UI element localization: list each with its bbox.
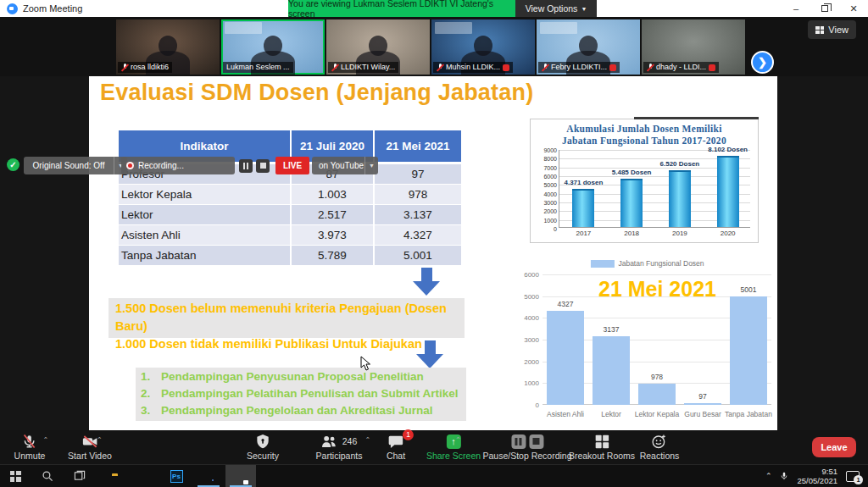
chevron-up-icon[interactable]: ⌃ — [765, 472, 772, 480]
participant-thumbnail[interactable]: rosa lldikti6 — [116, 19, 220, 75]
taskbar-windows-start[interactable] — [0, 465, 31, 487]
view-options-label: View Options — [526, 3, 578, 14]
view-button[interactable]: View — [808, 20, 856, 39]
participant-thumbnail[interactable]: Lukman Seslem ... — [221, 19, 325, 75]
note-line: 1.500 Dosen belum memenuhi kriteria Peng… — [115, 300, 465, 335]
reactions-icon — [640, 433, 680, 450]
taskbar-chrome[interactable] — [193, 465, 224, 487]
toolbar-chat-button[interactable]: 1Chat — [387, 433, 405, 461]
presentation-slide: Evaluasi SDM Dosen (Jenjang Jabatan) Ind… — [89, 76, 777, 430]
stop-icon — [260, 163, 266, 169]
bar-value-label: 97 — [698, 392, 706, 401]
toolbar-start-video-button[interactable]: ⌃Start Video — [68, 433, 112, 461]
table-cell: 5.789 — [292, 246, 375, 265]
chevron-up-icon[interactable]: ⌃ — [455, 436, 461, 444]
bar — [572, 189, 594, 227]
gridline — [542, 274, 771, 275]
zoom-meeting-window: Zoom Meeting You are viewing Lukman Sesl… — [0, 0, 868, 487]
taskbar-task-view[interactable] — [64, 465, 95, 487]
minimize-button[interactable]: – — [782, 0, 810, 17]
pause-recording-button[interactable] — [239, 159, 253, 173]
action-item: Pendampingan Penyusunan Proposal Penelit… — [141, 368, 466, 385]
camera-muted-icon — [68, 433, 112, 450]
legend-label: Jabatan Fungsional Dosen — [618, 259, 704, 268]
taskbar-zoom-app[interactable] — [225, 465, 256, 487]
toolbar-label: Reactions — [640, 451, 680, 461]
lldikti-virtual-background-logo — [435, 22, 472, 34]
recording-indicator-icon — [709, 64, 715, 71]
pause-recording-icon[interactable] — [511, 434, 526, 449]
video-thumbnail-strip: rosa lldikti6Lukman Seslem ...LLDIKTI Wi… — [0, 17, 868, 76]
chart-title: Akumulasi Jumlah Dosen MemilikiJabatan F… — [531, 123, 758, 147]
participant-thumbnail[interactable]: Muhsin LLDIK... — [431, 19, 535, 75]
participant-name-tag: Lukman Seslem ... — [223, 62, 293, 73]
toolbar-label: Security — [247, 451, 279, 461]
chart-legend: Jabatan Fungsional Dosen — [590, 259, 704, 268]
toolbar-pause-stop-recording-button[interactable]: Pause/Stop Recording — [482, 433, 571, 461]
toolbar-label: Unmute — [14, 451, 46, 461]
view-options-button[interactable]: View Options ▼ — [515, 0, 597, 17]
bar-value-label: 5001 — [741, 285, 757, 294]
participant-thumbnail[interactable]: LLDIKTI Wilay... — [326, 19, 430, 75]
stop-recording-icon[interactable] — [529, 434, 543, 449]
bar — [717, 156, 739, 227]
y-axis-tick-label: 1000 — [524, 379, 539, 387]
taskbar-clock[interactable]: 9:51 25/05/2021 — [797, 467, 837, 485]
x-axis-tick-label: Lektor Kepala — [635, 410, 679, 418]
table-row: Lektor2.5173.137 — [119, 205, 461, 225]
photoshop-icon: Ps — [170, 470, 183, 483]
taskbar-photoshop[interactable]: Ps — [161, 465, 192, 487]
shield-check-icon: ✓ — [7, 158, 19, 171]
table-cell: 1.003 — [292, 185, 375, 204]
lldikti-virtual-background-logo — [540, 22, 577, 34]
toolbar-security-button[interactable]: Security — [247, 433, 279, 461]
participant-thumbnail[interactable]: Febry LLDIKTI... — [537, 19, 640, 75]
leave-button[interactable]: Leave — [812, 437, 856, 457]
x-axis-tick-label: Asisten Ahli — [547, 410, 584, 418]
lldikti-virtual-background-logo — [225, 22, 262, 34]
bar — [730, 296, 767, 405]
chevron-up-icon[interactable]: ⌃ — [97, 436, 103, 444]
taskbar-file-explorer[interactable] — [97, 465, 127, 487]
y-axis-tick-label: 6000 — [524, 271, 539, 279]
y-axis-tick-label: 9000 — [543, 147, 557, 153]
taskbar-search[interactable] — [32, 465, 63, 487]
restore-button[interactable] — [810, 0, 839, 17]
table-cell: 97 — [375, 164, 461, 184]
toolbar-label: Participants — [316, 451, 363, 461]
toolbar-breakout-rooms-button[interactable]: Breakout Rooms — [569, 433, 635, 461]
windows-start-icon — [10, 471, 21, 482]
down-arrow-shape — [416, 340, 443, 368]
chevron-up-icon[interactable]: ⌃ — [43, 436, 49, 444]
participant-thumbnail[interactable]: dhady - LLDI... — [642, 19, 745, 75]
next-participants-button[interactable]: ❯ — [751, 51, 774, 74]
slide-title: Evaluasi SDM Dosen (Jenjang Jabatan) — [100, 80, 533, 106]
legend-swatch — [590, 260, 614, 268]
view-button-label: View — [828, 25, 849, 35]
indicator-table: Indikator21 Juli 202021 Mei 2021 Profeso… — [119, 130, 461, 266]
microphone-icon[interactable] — [780, 470, 788, 482]
taskbar-app[interactable] — [129, 465, 159, 487]
recording-label: Recording... — [138, 161, 184, 170]
toolbar-label: Chat — [387, 451, 405, 461]
toolbar-participants-button[interactable]: 246⌃Participants — [316, 433, 363, 461]
table-header-cell: 21 Mei 2021 — [375, 130, 461, 162]
x-axis-tick-label: 2017 — [576, 230, 591, 237]
search-icon — [42, 470, 53, 482]
chevron-up-icon[interactable]: ⌃ — [365, 436, 371, 444]
toolbar-share-screen-button[interactable]: ↑⌃Share Screen — [426, 433, 481, 461]
table-row: Asisten Ahli3.9734.327 — [119, 225, 461, 246]
original-sound-toggle[interactable]: Original Sound: Off ▼ — [24, 157, 127, 174]
close-button[interactable]: ✕ — [839, 0, 868, 17]
toolbar-unmute-button[interactable]: ⌃Unmute — [14, 433, 46, 461]
chevron-down-icon: ▼ — [581, 6, 587, 12]
notification-center-icon[interactable]: 1 — [846, 471, 860, 482]
participant-name: Febry LLDIKTI... — [551, 62, 607, 73]
stop-recording-button[interactable] — [256, 159, 270, 173]
live-platform-dropdown[interactable]: on YouTube ▼ — [312, 157, 378, 174]
toolbar-reactions-button[interactable]: Reactions — [640, 433, 680, 461]
table-cell: Lektor — [119, 205, 292, 224]
live-badge: LIVE — [275, 157, 309, 174]
notification-badge: 1 — [854, 475, 863, 484]
table-cell: 2.517 — [292, 205, 375, 224]
